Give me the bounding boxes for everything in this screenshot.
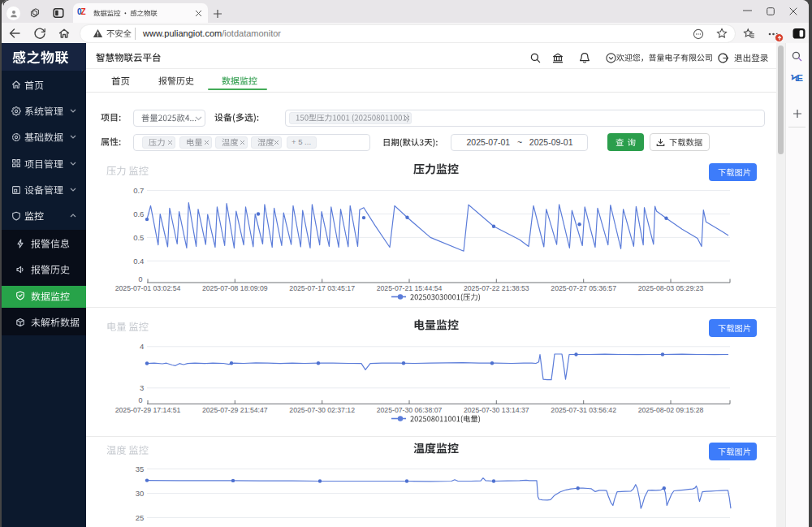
svg-text:2025-07-31 03:56:42: 2025-07-31 03:56:42 (551, 406, 616, 414)
svg-text:30: 30 (136, 489, 145, 498)
svg-text:3: 3 (140, 383, 144, 392)
svg-text:2025-07-29 17:14:51: 2025-07-29 17:14:51 (115, 406, 181, 414)
svg-text:2025-08-03 05:29:23: 2025-08-03 05:29:23 (638, 284, 704, 292)
svg-text:2025-07-30 06:38:07: 2025-07-30 06:38:07 (377, 406, 443, 414)
svg-text:2025-07-01 03:02:54: 2025-07-01 03:02:54 (115, 284, 181, 292)
svg-text:0: 0 (138, 396, 142, 404)
svg-text:35: 35 (136, 464, 145, 473)
svg-text:25: 25 (136, 513, 145, 522)
svg-text:2025-07-27 05:36:57: 2025-07-27 05:36:57 (551, 284, 616, 292)
svg-text:2025-07-22 21:38:53: 2025-07-22 21:38:53 (464, 284, 529, 292)
svg-text:0.4: 0.4 (133, 257, 144, 266)
svg-text:2025-08-02 09:15:28: 2025-08-02 09:15:28 (638, 406, 704, 414)
svg-text:2025-07-17 03:45:17: 2025-07-17 03:45:17 (289, 284, 355, 292)
svg-text:2025-07-30 02:37:12: 2025-07-30 02:37:12 (289, 406, 355, 414)
svg-text:2025-07-21 15:44:54: 2025-07-21 15:44:54 (377, 284, 443, 292)
svg-text:2025-07-30 13:14:37: 2025-07-30 13:14:37 (464, 406, 529, 414)
svg-text:2025-07-08 18:09:09: 2025-07-08 18:09:09 (202, 284, 268, 292)
svg-text:0.7: 0.7 (133, 186, 144, 195)
svg-text:2025-07-29 21:54:47: 2025-07-29 21:54:47 (202, 406, 268, 414)
svg-text:0.5: 0.5 (133, 233, 144, 242)
svg-text:0.6: 0.6 (133, 210, 144, 218)
svg-text:4: 4 (140, 342, 144, 351)
svg-text:0: 0 (138, 275, 142, 283)
